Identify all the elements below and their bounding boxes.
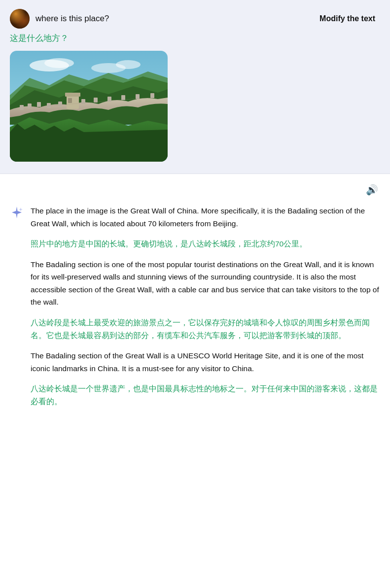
svg-rect-18 — [136, 94, 140, 99]
answer-content: The place in the image is the Great Wall… — [31, 205, 380, 408]
svg-point-4 — [116, 60, 141, 69]
avatar — [10, 9, 30, 29]
great-wall-svg — [10, 51, 168, 162]
paragraph-1-zh: 照片中的地方是中国的长城。更确切地说，是八达岭长城段，距北京约70公里。 — [31, 238, 380, 250]
svg-rect-14 — [81, 99, 85, 104]
svg-rect-10 — [37, 102, 41, 107]
svg-rect-11 — [47, 103, 51, 108]
svg-rect-8 — [20, 105, 24, 110]
paragraph-2-zh: 八达岭段是长城上最受欢迎的旅游景点之一，它以保存完好的城墙和令人惊叹的周围乡村景… — [31, 316, 380, 342]
great-wall-image-container — [10, 51, 168, 162]
paragraph-1-en: The place in the image is the Great Wall… — [31, 205, 380, 230]
chinese-question-text: 这是什么地方？ — [10, 33, 380, 44]
answer-top-bar: 🔊 — [10, 182, 380, 198]
svg-rect-17 — [121, 95, 125, 100]
speaker-button[interactable]: 🔊 — [364, 182, 380, 198]
ai-sparkle-icon — [10, 206, 24, 219]
svg-rect-12 — [58, 102, 62, 106]
question-text: where is this place? — [35, 14, 109, 24]
svg-rect-22 — [68, 98, 72, 103]
answer-section: 🔊 The place in the image is the Great Wa… — [0, 174, 390, 588]
svg-point-2 — [44, 58, 74, 68]
question-section: where is this place? Modify the text 这是什… — [0, 0, 390, 174]
svg-rect-19 — [150, 93, 154, 98]
svg-rect-21 — [65, 93, 80, 97]
svg-rect-9 — [28, 104, 32, 108]
paragraph-3-zh: 八达岭长城是一个世界遗产，也是中国最具标志性的地标之一。对于任何来中国的游客来说… — [31, 382, 380, 408]
modify-text-button[interactable]: Modify the text — [319, 14, 375, 23]
paragraph-3-en: The Badaling section of the Great Wall i… — [31, 349, 380, 375]
paragraph-2-en: The Badaling section is one of the most … — [31, 258, 380, 309]
answer-body: The place in the image is the Great Wall… — [10, 205, 380, 408]
speaker-icon: 🔊 — [366, 184, 378, 195]
question-header: where is this place? Modify the text — [10, 9, 380, 29]
question-left: where is this place? — [10, 9, 109, 29]
